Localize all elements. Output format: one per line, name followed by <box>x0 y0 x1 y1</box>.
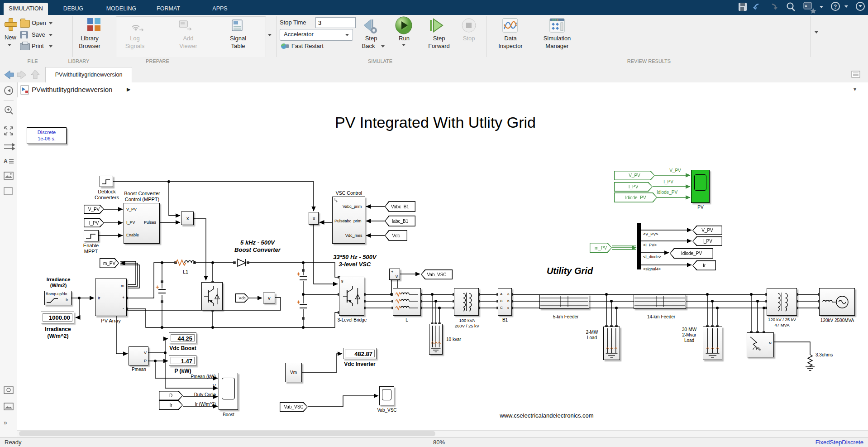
port-square <box>161 280 163 283</box>
pv-array-block-port-label: + <box>122 295 124 300</box>
pmean-block[interactable]: VP <box>129 346 148 365</box>
label-l: L <box>402 317 412 323</box>
from-tag-vpv-green-label: V_PV <box>615 171 654 179</box>
from-tag-ir[interactable]: Ir <box>159 400 183 410</box>
load-30mw-block[interactable] <box>703 327 722 360</box>
source-120kv-block[interactable] <box>819 288 855 316</box>
label-10kvar: 10 kvar <box>446 337 473 342</box>
vsc-control-subsystem-port-label: Pulses <box>334 219 347 223</box>
load-2mw-block[interactable] <box>603 327 620 360</box>
vab-measure-block[interactable]: +v <box>389 269 400 280</box>
from-tag-iabc-b1[interactable]: Iabc_B1 <box>385 216 415 226</box>
wire[interactable] <box>194 219 206 280</box>
label-irradiance-src: Irradiance(W/m2) <box>42 277 75 289</box>
horizontal-scrollbar-thumb[interactable] <box>19 431 435 436</box>
step-signal-icon <box>84 231 99 242</box>
label-tr2: 120 kV / 25 kV47 MVA <box>764 317 800 327</box>
from-tag-ipv-green[interactable]: I_PV <box>614 182 653 192</box>
port-square <box>233 261 236 264</box>
goto-tag-idiode-out[interactable]: Idiode_PV <box>670 248 713 259</box>
wire-junction <box>164 351 167 354</box>
wire[interactable] <box>308 396 378 407</box>
load-10kvar-block[interactable] <box>429 324 443 355</box>
goto-tag-vpv-out[interactable]: V_PV <box>692 226 722 235</box>
label-vsc-annot: 33*50 Hz - 500V3-level VSC <box>327 254 382 268</box>
solver-name[interactable]: FixedStepDiscrete <box>792 439 863 446</box>
irradiance-display[interactable]: 1000.00 <box>41 312 74 323</box>
powergui-block[interactable]: Discrete1e-06 s. <box>27 127 67 144</box>
from-tag-vdc-vsc[interactable]: Vdc <box>385 230 407 241</box>
vdc-inverter-display-value: 482.87 <box>345 350 375 357</box>
from-tag-vdc-vsc-label: Vdc <box>385 231 406 240</box>
vab-measure-block-port-label: v <box>396 274 398 279</box>
subsystem-badge-icon <box>334 197 340 203</box>
vab-vsc-scope[interactable] <box>379 386 394 405</box>
pv-scope[interactable] <box>691 170 710 203</box>
diagram-layer: V_PVI_PVEnablePulsesVabc_primIabc_primVd… <box>0 0 868 437</box>
feeder-5km-block[interactable] <box>539 294 589 309</box>
goto-tag-idiode-out-label: Idiode_PV <box>670 249 712 258</box>
wire[interactable] <box>169 182 180 216</box>
transformer-47mva-block[interactable] <box>767 288 797 316</box>
goto-tag-vab-vsc[interactable]: Vab_VSC <box>421 269 453 279</box>
grounding-block[interactable]: N <box>747 332 774 357</box>
zoom-level: 80% <box>421 439 457 446</box>
label-boost-scope: Boost <box>217 412 240 418</box>
from-tag-ipv[interactable]: I_PV <box>84 218 104 227</box>
three-level-bridge-block-port-label: g <box>341 279 343 283</box>
label-feeder2: 14-km Feeder <box>643 314 680 320</box>
wire-junction <box>154 360 157 362</box>
vsc-control-subsystem-port-label: Vabc_prim <box>343 204 362 209</box>
label-pv-scope: PV <box>692 205 710 210</box>
label-wire-vpv: V_PV <box>664 168 686 173</box>
vdc-measure-block[interactable]: v <box>263 293 275 303</box>
label-b1: B1 <box>498 317 512 323</box>
wire[interactable] <box>302 354 342 372</box>
from-tag-vpv[interactable]: V_PV <box>84 205 104 214</box>
label-boost-annot: 5 kHz - 500VBoost Converter <box>230 239 285 254</box>
wire-junction <box>302 293 305 296</box>
product-block-boost[interactable]: x <box>181 211 194 225</box>
igbt-boost-block[interactable] <box>201 282 223 310</box>
ground-icon <box>806 365 815 370</box>
goto-tag-mpv[interactable]: m_PV <box>100 258 119 268</box>
vsc-control-subsystem[interactable]: Vabc_primIabc_primVdc_mesPulses <box>332 197 365 244</box>
wire[interactable] <box>76 298 79 317</box>
mppt-subsystem[interactable]: V_PVI_PVEnablePulses <box>124 203 160 244</box>
rl-branch-block[interactable] <box>393 288 421 316</box>
bus-selector[interactable] <box>637 223 641 269</box>
wire[interactable] <box>127 309 339 327</box>
vdc-inverter-display[interactable]: 482.87 <box>343 348 377 359</box>
wire[interactable] <box>248 263 339 277</box>
deblock-step-block[interactable] <box>100 176 113 187</box>
product-block-vsc[interactable]: x <box>309 212 319 225</box>
ramp-source-block[interactable]: Ramp-up/doIr <box>44 291 72 305</box>
from-tag-vab-vsc2[interactable]: Vab_VSC <box>280 402 308 412</box>
goto-tag-ipv-out[interactable]: I_PV <box>692 236 722 246</box>
vdc-measure-block-port-label: v <box>268 295 271 301</box>
b1-measure-block-port-label: b <box>507 299 509 303</box>
wire-junction <box>211 326 214 329</box>
label-l1: L1 <box>179 269 192 275</box>
from-tag-mpv-green[interactable]: m_PV <box>590 243 612 253</box>
label-bridge: 3-Level Bridge <box>334 317 371 323</box>
wire[interactable] <box>127 263 176 298</box>
goto-tag-ir-out[interactable]: Ir <box>692 260 716 270</box>
from-tag-vabc-b1[interactable]: Vabc_B1 <box>385 201 415 212</box>
from-tag-mpv-green-label: m_PV <box>590 243 611 252</box>
from-tag-d[interactable]: D <box>159 391 183 400</box>
three-level-bridge-block[interactable]: g <box>339 277 364 316</box>
p-kw-display[interactable]: 1.47 <box>169 355 196 366</box>
wire-junction <box>716 307 719 309</box>
pv-array-block[interactable]: Irm+- <box>95 279 127 316</box>
b1-measure-block[interactable]: ABCabc <box>498 288 512 316</box>
transformer-100kva-block[interactable] <box>454 288 479 316</box>
wire[interactable] <box>148 339 168 353</box>
from-tag-vpv-green[interactable]: V_PV <box>614 171 655 180</box>
wire[interactable] <box>774 342 810 355</box>
feeder-14km-block[interactable] <box>634 294 686 309</box>
vdc-boost-display[interactable]: 44.25 <box>169 332 196 343</box>
boost-scope[interactable] <box>219 373 238 410</box>
enable-mppt-step-block[interactable] <box>84 230 99 241</box>
vm-block[interactable]: Vm <box>285 363 302 382</box>
